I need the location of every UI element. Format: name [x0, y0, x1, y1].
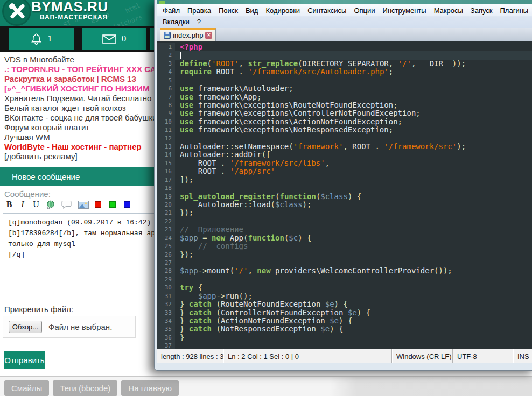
code-line[interactable]: 30try { [157, 284, 532, 292]
footer-button[interactable]: На главную [121, 380, 179, 396]
code-line[interactable]: 36} [157, 334, 532, 342]
code-line[interactable]: 35} catch (NotResponsedException $e) { [157, 325, 532, 333]
font-color-button[interactable] [109, 201, 116, 208]
line-number: 17 [157, 176, 175, 184]
code-line[interactable]: 37 [157, 342, 532, 349]
code-token: require [180, 67, 212, 76]
code-line[interactable]: 25 // configs [157, 242, 532, 250]
code-line[interactable]: 27 [157, 259, 532, 267]
code-token: ; [289, 84, 293, 93]
code-line[interactable]: 32} catch (RouteNotFoundException $e) { [157, 300, 532, 308]
code-editor[interactable]: 1<?php23define('ROOT', str_replace(DIREC… [157, 41, 532, 349]
code-line[interactable]: 14Autoloader::addDir([ [157, 151, 532, 159]
code-line[interactable]: 20 Autoloader::load($class); [157, 201, 532, 209]
code-line[interactable]: 8use framework\exceptions\RouteNotFoundE… [157, 101, 532, 109]
font-color-button[interactable] [124, 201, 130, 208]
site-title[interactable]: BYMAS.RU [31, 0, 108, 15]
send-button[interactable]: Отправить [4, 351, 45, 369]
code-line[interactable]: 5 [157, 76, 532, 84]
code-line[interactable]: 6use framework\Autoloader; [157, 84, 532, 93]
menu-item[interactable]: Вид [242, 5, 262, 16]
code-token: ) { [330, 324, 343, 333]
site-logo-icon[interactable] [2, 0, 31, 26]
code-token: '/' [398, 59, 411, 68]
code-token: DIRECTORY_SEPARATOR [303, 59, 389, 68]
tab-index-php[interactable]: index.php ✕ [160, 28, 216, 41]
code-token: }); [180, 208, 193, 217]
italic-button[interactable]: I [19, 200, 26, 209]
code-line[interactable]: 28$app->mount('/', new providers\Welcome… [157, 267, 532, 275]
code-token: ( [207, 59, 212, 68]
code-line[interactable]: 9use framework\exceptions\ControllerNotF… [157, 109, 532, 117]
code-line[interactable]: 12 [157, 135, 532, 143]
code-line[interactable]: 13Autoloader::setNamespace('framework', … [157, 143, 532, 151]
menu-item[interactable]: Вкладки [159, 16, 193, 27]
code-line[interactable]: 24$app = new App(function($c) { [157, 234, 532, 242]
line-number: 12 [157, 135, 175, 143]
code-line[interactable]: 16 ROOT . '/app/src' [157, 167, 532, 175]
code-line[interactable]: 34} catch (ActionNotFoundException $e) { [157, 317, 532, 325]
bold-button[interactable]: B [5, 200, 13, 209]
menu-item[interactable]: Опции [350, 5, 379, 16]
code-line[interactable]: 22 [157, 217, 532, 225]
menu-item[interactable]: Правка [184, 5, 215, 16]
code-line[interactable]: 17]); [157, 176, 532, 184]
footer-button[interactable]: Смайлы [4, 380, 49, 396]
link-globe-icon[interactable] [46, 200, 55, 209]
menu-item[interactable]: Инструменты [379, 5, 430, 16]
code-line[interactable]: 18 [157, 184, 532, 192]
code-line[interactable]: 1<?php [157, 43, 532, 51]
code-line[interactable]: 7use framework\App; [157, 93, 532, 101]
code-line[interactable]: 29 [157, 275, 532, 284]
menu-item[interactable]: Кодировки [262, 5, 304, 16]
code-line[interactable]: 3define('ROOT', str_replace(DIRECTORY_SE… [157, 60, 532, 68]
code-line[interactable]: 11use framework\exceptions\NotResponsedE… [157, 126, 532, 134]
menu-row-1: ФайлПравкаПоискВидКодировкиСинтаксисыОпц… [159, 5, 532, 16]
code-line[interactable]: 26}); [157, 251, 532, 259]
menu-item[interactable]: Макросы [430, 5, 467, 16]
code-line[interactable]: 15 ROOT . '/framework/src/libs', [157, 159, 532, 167]
footer-button[interactable]: Теги (bbcode) [53, 380, 117, 396]
quote-bubble-icon[interactable] [61, 200, 72, 209]
code-line[interactable]: 23// Приложение [157, 225, 532, 234]
code-token: ROOT [180, 159, 221, 167]
code-token: framework\exceptions\RouteNotFoundExcept… [193, 101, 393, 109]
browse-button[interactable]: Обзор... [9, 321, 42, 333]
status-eol-format[interactable]: Windows (CR LF) [392, 349, 453, 363]
menu-item[interactable]: Плагины [496, 5, 532, 16]
code-line[interactable]: 33} catch (ControllerNotFoundException $… [157, 309, 532, 317]
code-text [175, 51, 532, 59]
underline-button[interactable]: U [32, 200, 40, 209]
insert-image-icon[interactable] [78, 201, 89, 209]
code-token: ) { [357, 308, 370, 317]
code-line[interactable]: 21}); [157, 209, 532, 217]
code-token: -> [198, 266, 207, 275]
code-token: $app [198, 292, 216, 300]
menu-item[interactable]: Синтаксисы [304, 5, 350, 16]
messages-button[interactable]: 0 [82, 28, 146, 49]
menu-item[interactable]: Файл [159, 5, 184, 16]
status-encoding[interactable]: UTF-8 [453, 349, 513, 363]
code-token: . [221, 167, 230, 175]
code-token: $app [180, 266, 198, 275]
tab-close-icon[interactable]: ✕ [205, 32, 212, 39]
code-token: 'framework' [293, 142, 344, 151]
code-line[interactable]: 4require ROOT . '/framework/src/Autoload… [157, 68, 532, 76]
code-line[interactable]: 31 $app->run(); [157, 292, 532, 300]
code-line[interactable]: 2 [157, 51, 532, 59]
status-insert-mode[interactable]: INS [513, 349, 532, 363]
code-text: use framework\exceptions\NotResponsedExc… [175, 126, 532, 134]
code-line[interactable]: 10use framework\exceptions\ActionNotFoun… [157, 118, 532, 126]
code-text: // Приложение [175, 225, 532, 234]
menu-item[interactable]: Запуск [467, 5, 496, 16]
alerts-button[interactable]: 1 [9, 28, 74, 49]
notepad-app-icon [159, 1, 165, 4]
window-titlebar[interactable] [157, 0, 532, 4]
code-text: Autoloader::setNamespace('framework', RO… [175, 143, 532, 151]
menu-item[interactable]: Поиск [215, 5, 242, 16]
menu-item[interactable]: ? [193, 16, 205, 27]
menu-row-2: Вкладки? [159, 16, 532, 27]
line-number: 7 [157, 93, 175, 101]
code-line[interactable]: 19spl_autoload_register(function($class)… [157, 193, 532, 201]
font-color-button[interactable] [95, 201, 101, 208]
